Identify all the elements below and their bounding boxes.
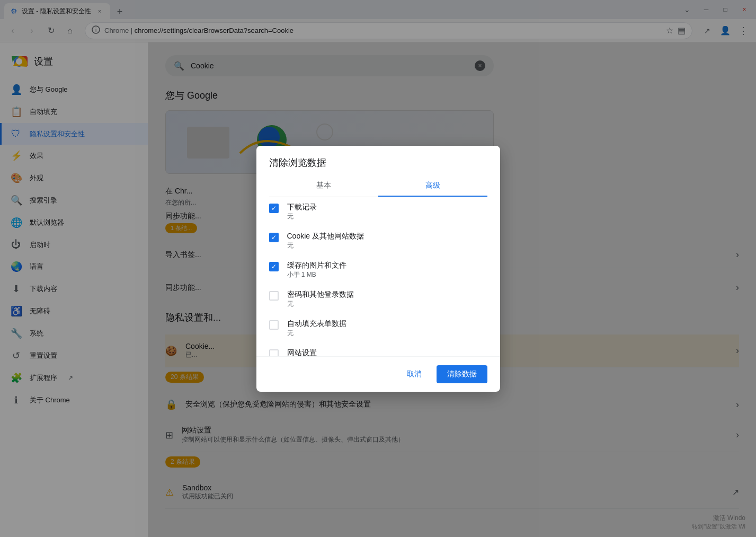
dialog-item-autofill: 自动填充表单数据 无: [256, 314, 500, 343]
dialog-scroll-area[interactable]: 下载记录 无 Cookie 及其他网站数据 无 缓存的图片和文件 小于 1 MB: [256, 197, 500, 356]
dialog-item-site-settings: 网站设置 无: [256, 343, 500, 356]
dialog-item-history: 下载记录 无: [256, 197, 500, 226]
item-title-site-settings: 网站设置: [287, 348, 317, 356]
tab-basic[interactable]: 基本: [269, 175, 378, 197]
dialog-footer: 取消 清除数据: [256, 356, 500, 392]
item-text-history: 下载记录 无: [287, 203, 317, 221]
checkbox-autofill[interactable]: [269, 320, 279, 330]
item-title-cookies: Cookie 及其他网站数据: [287, 232, 364, 241]
dialog-item-passwords: 密码和其他登录数据 无: [256, 285, 500, 314]
tab-advanced[interactable]: 高级: [378, 175, 487, 197]
checkbox-cache[interactable]: [269, 262, 279, 271]
item-title-autofill: 自动填充表单数据: [287, 319, 346, 329]
cancel-button[interactable]: 取消: [396, 365, 432, 383]
item-title-history: 下载记录: [287, 203, 317, 212]
item-desc-passwords: 无: [287, 300, 354, 309]
item-title-cache: 缓存的图片和文件: [287, 261, 346, 270]
item-desc-history: 无: [287, 212, 317, 221]
item-text-passwords: 密码和其他登录数据 无: [287, 290, 354, 309]
item-desc-cache: 小于 1 MB: [287, 270, 346, 279]
dialog-item-cookies: Cookie 及其他网站数据 无: [256, 226, 500, 256]
clear-browser-data-dialog: 清除浏览数据 基本 高级 下载记录 无: [256, 146, 500, 392]
item-title-passwords: 密码和其他登录数据: [287, 290, 354, 300]
dialog-item-cache: 缓存的图片和文件 小于 1 MB: [256, 256, 500, 285]
checkbox-history[interactable]: [269, 204, 279, 213]
dialog-title: 清除浏览数据: [269, 156, 487, 169]
item-text-cookies: Cookie 及其他网站数据 无: [287, 232, 364, 250]
dialog-header: 清除浏览数据 基本 高级: [256, 146, 500, 197]
checkbox-cookies[interactable]: [269, 233, 279, 242]
item-desc-cookies: 无: [287, 241, 364, 250]
dialog-tabs: 基本 高级: [269, 175, 487, 197]
item-text-autofill: 自动填充表单数据 无: [287, 319, 346, 338]
item-desc-autofill: 无: [287, 329, 346, 338]
item-text-site-settings: 网站设置 无: [287, 348, 317, 356]
checkbox-site-settings[interactable]: [269, 349, 279, 356]
item-text-cache: 缓存的图片和文件 小于 1 MB: [287, 261, 346, 279]
clear-data-button[interactable]: 清除数据: [437, 365, 487, 383]
checkbox-passwords[interactable]: [269, 291, 279, 301]
modal-overlay: 清除浏览数据 基本 高级 下载记录 无: [0, 0, 756, 537]
